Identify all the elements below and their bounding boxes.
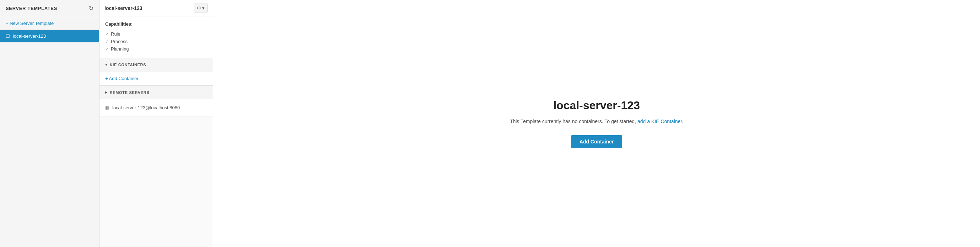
- capabilities-section: Capabilities: ✓ Rule ✓ Process ✓ Plannin…: [100, 16, 213, 58]
- main-title: local-server-123: [553, 99, 640, 112]
- kie-containers-header[interactable]: ▾ KIE CONTAINERS: [100, 58, 213, 72]
- capability-process-label: Process: [111, 39, 127, 44]
- sidebar-title: SERVER TEMPLATES: [6, 6, 57, 11]
- capability-rule-label: Rule: [111, 31, 121, 37]
- remote-server-address: local-server-123@localhost:8080: [112, 105, 180, 110]
- main-content: local-server-123 This Template currently…: [213, 0, 980, 247]
- check-icon-rule: ✓: [105, 32, 109, 37]
- sidebar-header: SERVER TEMPLATES ↻: [0, 0, 99, 17]
- check-icon-process: ✓: [105, 39, 109, 44]
- add-container-button[interactable]: Add Container: [571, 135, 622, 148]
- capability-rule: ✓ Rule: [105, 30, 207, 38]
- description-after-text: .: [682, 119, 683, 124]
- middle-server-name: local-server-123: [105, 5, 143, 11]
- capabilities-label: Capabilities:: [105, 21, 207, 27]
- capability-planning-label: Planning: [111, 46, 129, 51]
- sidebar: SERVER TEMPLATES ↻ + New Server Template…: [0, 0, 100, 247]
- sidebar-item-local-server-123[interactable]: ☐ local-server-123: [0, 30, 99, 42]
- capability-planning: ✓ Planning: [105, 45, 207, 53]
- refresh-icon[interactable]: ↻: [89, 5, 94, 12]
- remote-servers-body: ▦ local-server-123@localhost:8080: [100, 99, 213, 116]
- check-icon-planning: ✓: [105, 47, 109, 51]
- kie-containers-label: KIE CONTAINERS: [110, 63, 146, 67]
- folder-icon: ☐: [6, 34, 10, 39]
- chevron-down-icon: ▾: [202, 5, 205, 11]
- remote-servers-label: REMOTE SERVERS: [110, 90, 150, 95]
- chevron-right-remote-icon: ▸: [105, 90, 108, 95]
- chevron-down-kie-icon: ▾: [105, 62, 108, 67]
- remote-servers-header[interactable]: ▸ REMOTE SERVERS: [100, 86, 213, 99]
- add-kie-container-link[interactable]: add a KIE Container: [638, 119, 682, 124]
- capability-process: ✓ Process: [105, 38, 207, 45]
- middle-panel: local-server-123 ⚙ ▾ Capabilities: ✓ Rul…: [100, 0, 213, 247]
- new-server-template-link[interactable]: + New Server Template: [0, 17, 99, 30]
- main-description: This Template currently has no container…: [510, 118, 683, 125]
- add-container-link[interactable]: + Add Container: [105, 76, 207, 81]
- remote-servers-section: ▸ REMOTE SERVERS ▦ local-server-123@loca…: [100, 86, 213, 116]
- sidebar-item-label: local-server-123: [13, 34, 46, 39]
- middle-header: local-server-123 ⚙ ▾: [100, 0, 213, 16]
- gear-settings-button[interactable]: ⚙ ▾: [194, 3, 208, 13]
- kie-containers-section: ▾ KIE CONTAINERS + Add Container: [100, 58, 213, 86]
- gear-icon: ⚙: [197, 5, 201, 11]
- remote-server-item: ▦ local-server-123@localhost:8080: [105, 104, 207, 112]
- server-icon: ▦: [105, 105, 110, 110]
- kie-containers-body: + Add Container: [100, 72, 213, 85]
- description-before-text: This Template currently has no container…: [510, 119, 636, 124]
